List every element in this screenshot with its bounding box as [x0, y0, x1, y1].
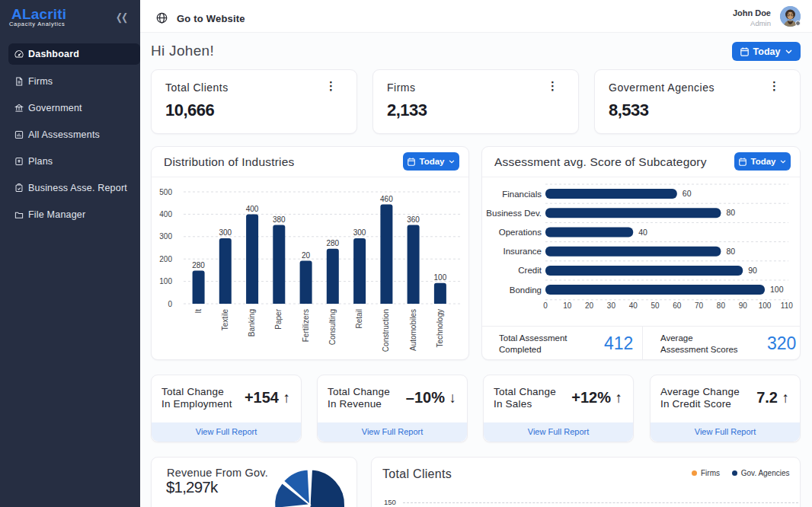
svg-text:Fertilizers: Fertilizers — [302, 309, 310, 342]
svg-text:110: 110 — [781, 301, 793, 310]
svg-text:50: 50 — [651, 301, 660, 310]
svg-text:Automobiles: Automobiles — [409, 309, 417, 351]
svg-text:30: 30 — [607, 301, 616, 310]
svg-text:80: 80 — [726, 208, 735, 217]
svg-text:90: 90 — [748, 266, 757, 275]
svg-text:200: 200 — [159, 255, 172, 263]
svg-text:400: 400 — [246, 205, 259, 213]
svg-text:Insurance: Insurance — [503, 247, 542, 256]
svg-text:Banking: Banking — [248, 309, 256, 336]
svg-text:Business Dev.: Business Dev. — [486, 209, 542, 218]
svg-text:Technology: Technology — [436, 309, 444, 348]
svg-text:500: 500 — [159, 188, 172, 196]
svg-text:300: 300 — [353, 228, 366, 237]
svg-text:80: 80 — [726, 247, 735, 256]
svg-text:60: 60 — [683, 189, 692, 198]
svg-text:Operations: Operations — [499, 228, 542, 237]
svg-text:360: 360 — [407, 215, 420, 224]
svg-text:0: 0 — [543, 301, 548, 310]
svg-text:100: 100 — [759, 301, 772, 310]
svg-text:It: It — [194, 309, 203, 314]
svg-text:280: 280 — [192, 261, 205, 269]
svg-text:0: 0 — [168, 300, 172, 308]
svg-text:280: 280 — [326, 239, 339, 247]
svg-text:Textile: Textile — [221, 309, 229, 331]
svg-text:300: 300 — [219, 228, 232, 237]
svg-text:20: 20 — [585, 301, 594, 310]
svg-text:380: 380 — [273, 215, 286, 224]
svg-text:100: 100 — [159, 277, 172, 285]
svg-text:Consulting: Consulting — [328, 309, 337, 345]
svg-text:10: 10 — [563, 301, 572, 310]
svg-text:80: 80 — [717, 301, 726, 310]
svg-text:Retail: Retail — [355, 309, 363, 329]
svg-text:100: 100 — [770, 285, 784, 294]
svg-text:20: 20 — [302, 251, 311, 260]
svg-text:Financials: Financials — [502, 190, 542, 199]
svg-text:Bonding: Bonding — [510, 285, 542, 295]
svg-text:400: 400 — [159, 210, 172, 218]
svg-text:90: 90 — [739, 301, 748, 310]
svg-text:Construction: Construction — [382, 309, 390, 352]
svg-text:300: 300 — [159, 232, 172, 241]
svg-text:Paper: Paper — [274, 308, 283, 329]
svg-text:100: 100 — [434, 273, 447, 282]
svg-text:40: 40 — [629, 301, 638, 310]
svg-text:40: 40 — [638, 228, 647, 237]
svg-text:Credit: Credit — [518, 266, 542, 275]
svg-text:460: 460 — [380, 195, 393, 203]
svg-text:70: 70 — [695, 301, 704, 310]
svg-text:60: 60 — [673, 301, 682, 310]
